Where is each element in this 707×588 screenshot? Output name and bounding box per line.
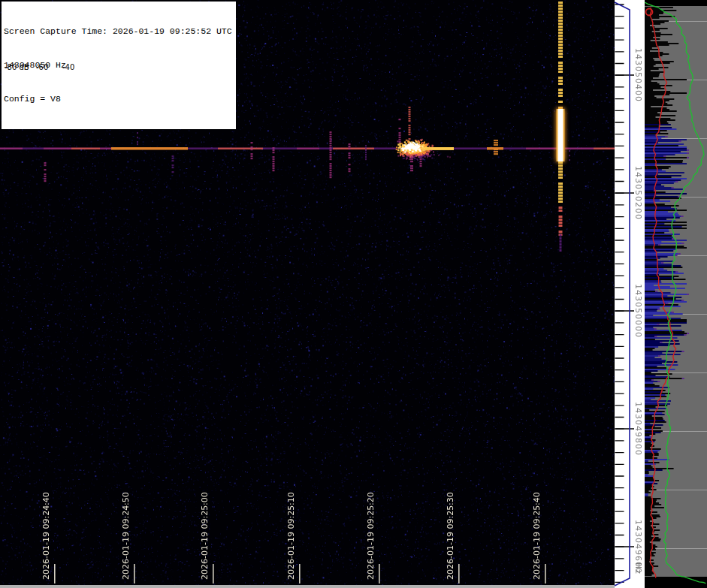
config-text: Config = V8 — [4, 93, 232, 104]
db-scale-label: -60 — [36, 63, 48, 71]
time-axis-label: 2026-01-19 09:25:30 — [446, 492, 455, 580]
time-axis-label: 2026-01-19 09:25:20 — [366, 492, 376, 580]
time-axis-label: 2026-01-19 09:24:40 — [41, 492, 51, 580]
db-scale-label: -80 dB — [5, 63, 29, 71]
time-axis-label: 2026-01-19 09:24:50 — [121, 492, 131, 580]
capture-time-text: Screen Capture Time: 2026-01-19 09:25:52… — [4, 26, 232, 37]
db-scale-label: -40 — [62, 63, 74, 71]
frequency-axis-label: 143050400 — [633, 48, 643, 102]
time-axis-label: 2026-01-19 09:25:00 — [200, 492, 210, 580]
time-axis-label: 2026-01-19 09:25:10 — [286, 492, 296, 580]
frequency-axis-label: 143050000 — [633, 284, 643, 338]
frequency-axis-label: 143050200 — [633, 166, 643, 220]
spectrogram-screen: Screen Capture Time: 2026-01-19 09:25:52… — [0, 0, 707, 588]
time-axis-label: 2026-01-19 09:25:40 — [532, 492, 542, 580]
frequency-axis-label: 143049800 — [633, 402, 643, 456]
frequency-axis-unit: Hz — [633, 562, 643, 574]
